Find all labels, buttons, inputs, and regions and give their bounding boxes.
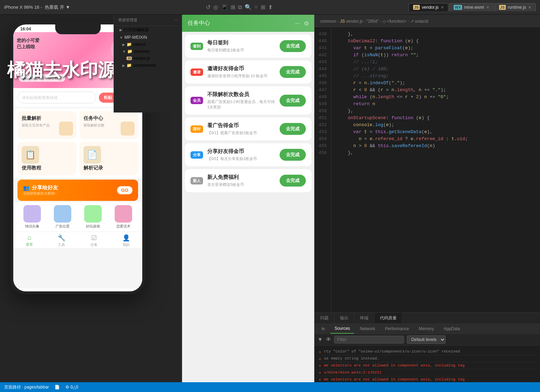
task-complete-btn-3[interactable]: 去完成	[280, 123, 306, 135]
code-line: },	[337, 150, 534, 157]
code-line: n > 0 && this.saveRefereeId(n)	[337, 143, 534, 150]
grid-item-batch[interactable]: 批量解析 获取主页所有产品	[17, 111, 77, 139]
upload-icon[interactable]: ⬆	[268, 4, 273, 10]
code-line: onStartupScene: function (e) {	[337, 115, 534, 122]
stop-icon[interactable]: ◎	[213, 4, 218, 10]
grid-icon[interactable]: ⊞	[261, 4, 265, 10]
tutorial-icon: 📋	[22, 146, 39, 164]
components-label: components	[133, 63, 156, 68]
console-text: se empty string instead.	[324, 356, 379, 361]
tab-mine-wxml[interactable]: WX mine.wxml ✕	[449, 3, 494, 11]
task-desc-1: 邀请好友使用小程序奖励 10 枚金币	[207, 73, 275, 79]
filter-input[interactable]	[334, 336, 404, 343]
task-badge-4: 分享	[190, 151, 203, 159]
line-number: 447	[315, 87, 327, 94]
devtools-tab-memory[interactable]: Memory	[415, 324, 438, 333]
mp-weixin-label: MP-WEIXIN	[124, 35, 147, 40]
bottom-tab-problems[interactable]: 问题	[315, 313, 334, 323]
bottom-tab-output[interactable]: 输出	[334, 313, 354, 323]
folder-icon-components: 📁	[127, 63, 132, 68]
share-go-button[interactable]: GO	[117, 186, 132, 194]
layout-icon[interactable]: ⊞	[231, 4, 235, 10]
tab-mine-wxml-close[interactable]: ✕	[486, 5, 489, 10]
line-number: 446	[315, 80, 327, 87]
task-badge-2: 会员	[190, 97, 203, 104]
devtools-tab-performance[interactable]: Performance	[381, 324, 413, 333]
task-camera-icon[interactable]: ⊙	[304, 20, 309, 27]
file-tree-mp-weixin[interactable]: ▼ MP-WEIXIN	[114, 34, 182, 41]
bottom-tab-quality[interactable]: 代码质量	[374, 313, 403, 323]
tab-runtime-js[interactable]: JS runtime.js ✕	[495, 3, 536, 11]
task-center-panel: 任务中心 ··· ⊙ 签到 每日签到 每日签到赠送1枚金币 去完成 邀请 邀请好…	[182, 15, 315, 382]
tab-home[interactable]: ⌂ 首页	[13, 234, 45, 247]
banner-title: 您的小可爱已上线啦	[17, 37, 39, 50]
bottom-icon-ad[interactable]: 广告位置	[48, 205, 77, 229]
history-icon: 📄	[84, 146, 101, 164]
grid-item-task-title: 任务中心	[84, 115, 134, 122]
bottom-icon-couple[interactable]: 情侣头像	[17, 205, 46, 229]
status-bar: 页面路径 · pages/tabbar 📄 ⚙ 0△0	[0, 382, 540, 392]
code-line: if (isNaN(t)) return "";	[337, 52, 534, 59]
arrow-icon: ▶	[120, 28, 122, 32]
bottom-icon-game[interactable]: 好玩游戏	[79, 205, 108, 229]
task-badge-3: 限时	[190, 125, 203, 133]
code-line: toDecimal2: function (e) {	[337, 38, 534, 45]
tab-tools[interactable]: 🔧 工具	[45, 234, 78, 247]
console-text: s/mine/mine.wxss:2:12523)	[324, 370, 382, 375]
tab-vendor-js[interactable]: JS vendor.js ✕	[409, 3, 449, 11]
devtools-tab-elements[interactable]: le	[317, 324, 329, 333]
file-tree-open-editors[interactable]: ▶ 打开的编辑器	[114, 26, 182, 34]
sep4: ›	[408, 19, 410, 24]
devtools-tab-appdata[interactable]: AppData	[439, 324, 464, 333]
file-explorer-header: 资源管理器 ···	[114, 15, 182, 26]
hotreload-label[interactable]: 热重载 开 ▼	[45, 4, 70, 10]
line-number: 443	[315, 59, 327, 66]
tab-mine[interactable]: 👤 我的	[110, 234, 142, 247]
task-header: 任务中心 ··· ⊙	[182, 15, 314, 32]
tab-runtime-js-close[interactable]: ✕	[528, 5, 531, 10]
task-complete-btn-5[interactable]: 去完成	[280, 175, 306, 187]
console-area: ⚠rty "color" of "uview-ui/components/u-i…	[315, 346, 540, 382]
task-title-2: 不限解析次数会员	[207, 91, 275, 98]
code-line: // ...!1;	[337, 59, 534, 66]
file-tree-components[interactable]: ▶ 📁 components	[114, 62, 182, 69]
file-tree-common[interactable]: ▼ 📁 common	[114, 48, 182, 55]
app-tab-bar: ⌂ 首页 🔧 工具 ☑ 任务 👤 我的	[13, 232, 142, 248]
refresh-icon[interactable]: ↺	[206, 4, 210, 10]
top-bar: iPhone X 98% 16 - 热重载 开 ▼ ↺ ◎ 📱 ⊞ ⧉ 🔍 ⑂ …	[0, 0, 540, 15]
level-select[interactable]: Default levels Verbose Info Warnings Err…	[407, 335, 446, 344]
bottom-icon-love[interactable]: 恋爱话术	[109, 205, 138, 229]
code-body[interactable]: }, toDecimal2: function (e) { var t = pa…	[331, 28, 540, 312]
grid-item-task[interactable]: 任务中心 获取解析次数	[79, 111, 138, 139]
branch-icon[interactable]: ⑂	[254, 4, 258, 10]
bottom-tab-terminal[interactable]: 终端	[354, 313, 374, 323]
tab-tasks[interactable]: ☑ 任务	[78, 234, 110, 247]
phone-icon[interactable]: 📱	[221, 4, 228, 10]
task-complete-btn-2[interactable]: 去完成	[280, 95, 306, 107]
file-explorer-more[interactable]: ···	[174, 17, 178, 23]
file-tree-vendor-js[interactable]: JS vendor.js	[114, 55, 182, 62]
devtools-tab-network[interactable]: Network	[355, 324, 379, 333]
task-badge-0: 签到	[190, 43, 203, 50]
line-number: 448	[315, 94, 327, 101]
devtools-tab-sources[interactable]: Sources	[330, 324, 354, 334]
eye-icon[interactable]: 👁	[326, 336, 331, 343]
task-complete-btn-4[interactable]: 去完成	[280, 149, 306, 161]
task-complete-btn-0[interactable]: 去完成	[280, 40, 306, 52]
grid-item-tutorial[interactable]: 📋 使用教程	[17, 142, 77, 175]
file-tree-colorui[interactable]: ▶ 📁 colorui	[114, 41, 182, 48]
task-header-icons: ··· ⊙	[295, 20, 309, 27]
filter-dropdown-icon[interactable]: ▼	[317, 336, 323, 343]
share-banner[interactable]: 👥 分享给好友 还能获取解析次数哦~ GO	[17, 180, 138, 201]
arrow-icon-3: ▶	[122, 43, 125, 46]
tab-vendor-js-close[interactable]: ✕	[441, 5, 444, 10]
paste-input-field[interactable]: 请粘贴视频/图集链接	[17, 92, 96, 103]
grid-item-history-title: 解析记录	[84, 165, 134, 171]
task-more-icon[interactable]: ···	[295, 20, 300, 27]
search-icon[interactable]: 🔍	[245, 4, 252, 10]
error-icon: ✕	[319, 363, 321, 368]
status-coords: ⚙ 0△0	[65, 385, 78, 390]
grid-item-history[interactable]: 📄 解析记录	[79, 142, 138, 175]
copy-icon[interactable]: ⧉	[238, 4, 242, 10]
task-complete-btn-1[interactable]: 去完成	[280, 66, 306, 78]
